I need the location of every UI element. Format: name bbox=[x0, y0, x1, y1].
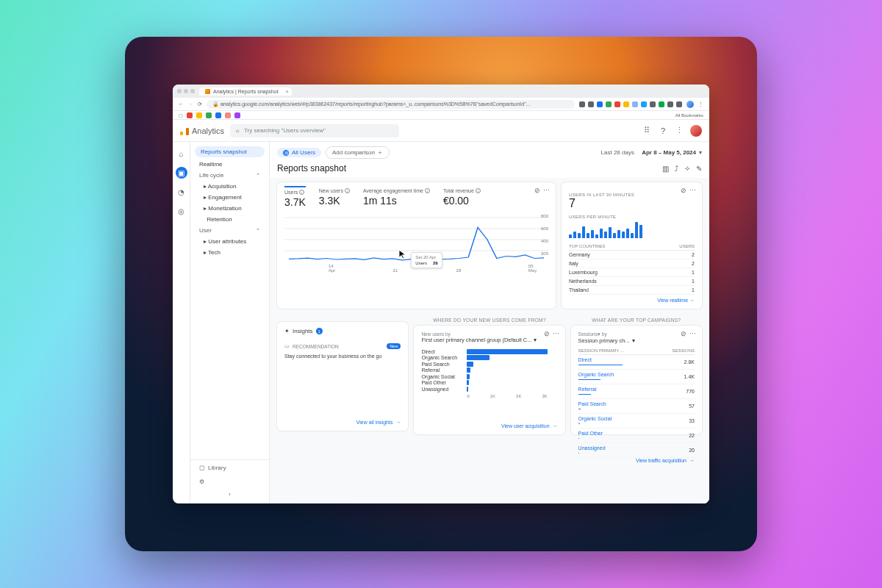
tab-title: Analytics | Reports snapshot bbox=[213, 89, 279, 94]
share-icon[interactable]: ⤴ bbox=[675, 165, 678, 173]
bar-row[interactable]: Organic Search bbox=[421, 355, 557, 360]
bookmark-icon[interactable] bbox=[225, 112, 231, 118]
bookmark-icon[interactable] bbox=[206, 112, 212, 118]
nav-back-icon[interactable]: ← bbox=[179, 101, 184, 107]
search-field[interactable]: ⌕ Try searching "Users overview" bbox=[230, 124, 399, 137]
profile-avatar-icon[interactable] bbox=[686, 101, 694, 108]
metric-total-revenue[interactable]: Total revenuei €0.00 bbox=[443, 188, 481, 208]
table-row[interactable]: Luxembourg1 bbox=[569, 268, 695, 277]
view-realtime-link[interactable]: View realtime → bbox=[569, 298, 695, 303]
sidenav-engagement[interactable]: ▸ Engagement bbox=[190, 192, 269, 203]
view-user-acquisition-link[interactable]: View user acquisition → bbox=[421, 423, 557, 429]
edit-icon[interactable]: ✎ bbox=[696, 165, 702, 173]
bookmark-icon[interactable] bbox=[196, 112, 202, 118]
app-header: Analytics ⌕ Try searching "Users overvie… bbox=[173, 120, 709, 142]
table-row[interactable]: Organic Search1.4K bbox=[578, 370, 695, 384]
rail-reports-icon[interactable]: ▣ bbox=[176, 167, 187, 179]
bookmark-icon[interactable] bbox=[234, 112, 240, 118]
sidenav-retention[interactable]: Retention bbox=[190, 214, 269, 225]
sidenav-library[interactable]: ▢ Library bbox=[190, 459, 269, 476]
url-field[interactable]: 🔒 analytics.google.com/analytics/web/#/p… bbox=[207, 100, 575, 109]
table-row[interactable]: Thailand1 bbox=[569, 286, 695, 295]
metric-avg-engagement[interactable]: Average engagement timei 1m 11s bbox=[363, 188, 430, 208]
browser-tab[interactable]: Analytics | Reports snapshot × bbox=[199, 87, 292, 96]
card-filter-icon[interactable]: ⊘ bbox=[681, 187, 686, 194]
chevron-down-icon: ▾ bbox=[534, 337, 537, 343]
bookmarks-folder-icon[interactable]: ▢ bbox=[179, 112, 183, 118]
view-traffic-acquisition-link[interactable]: View traffic acquisition → bbox=[578, 458, 695, 463]
app-logo[interactable]: Analytics bbox=[180, 126, 224, 135]
realtime-card: ⊘⋯ USERS IN LAST 30 MINUTES 7 USERS PER … bbox=[562, 182, 702, 309]
comparison-strip: 🇦 All Users Add comparison＋ Last 28 days… bbox=[270, 142, 709, 163]
acquisition-dimension-select[interactable]: First user primary channel group (Defaul… bbox=[421, 337, 557, 343]
sidenav-tech[interactable]: ▸ Tech bbox=[190, 247, 269, 258]
bookmark-icon[interactable] bbox=[187, 112, 193, 118]
date-range-picker[interactable]: Last 28 days Apr 8 – May 5, 2024 ▾ bbox=[601, 149, 702, 156]
card-filter-icon[interactable]: ⊘ bbox=[544, 330, 550, 337]
campaigns-dimension-select[interactable]: Session primary ch...▾ bbox=[578, 337, 695, 344]
sidenav-group-lifecycle[interactable]: Life cycle⌃ bbox=[190, 170, 269, 181]
extensions-tray[interactable] bbox=[579, 101, 682, 107]
more-menu-icon[interactable]: ⋮ bbox=[674, 126, 684, 136]
account-avatar-icon[interactable] bbox=[690, 125, 702, 137]
browser-menu-icon[interactable]: ⋮ bbox=[698, 101, 703, 107]
customize-icon[interactable]: ▥ bbox=[662, 165, 669, 173]
table-row[interactable]: Netherlands1 bbox=[569, 277, 695, 286]
table-row[interactable]: Organic Social33 bbox=[578, 414, 695, 429]
sidenav-monetization[interactable]: ▸ Monetization bbox=[190, 203, 269, 214]
view-all-insights-link[interactable]: View all insights → bbox=[284, 420, 401, 425]
card-menu-icon[interactable]: ⋯ bbox=[553, 330, 559, 337]
realtime-sparkbar bbox=[569, 222, 695, 238]
card-filter-icon[interactable]: ⊘ bbox=[534, 187, 540, 194]
segment-all-users[interactable]: 🇦 All Users bbox=[277, 148, 321, 157]
info-icon[interactable]: i bbox=[425, 188, 430, 193]
desktop-wallpaper: Analytics | Reports snapshot × ← → ⟳ 🔒 a… bbox=[125, 37, 757, 551]
metric-new-users[interactable]: New usersi 3.3K bbox=[319, 188, 350, 208]
card-filter-icon[interactable]: ⊘ bbox=[681, 330, 686, 337]
sidenav-user-attributes[interactable]: ▸ User attributes bbox=[190, 236, 269, 247]
info-icon[interactable]: i bbox=[299, 190, 304, 195]
rail-explore-icon[interactable]: ◔ bbox=[176, 186, 187, 198]
help-icon[interactable]: ? bbox=[658, 126, 668, 136]
info-icon[interactable]: i bbox=[476, 188, 481, 193]
info-icon[interactable]: i bbox=[345, 188, 350, 193]
card-menu-icon[interactable]: ⋯ bbox=[543, 187, 550, 194]
table-row[interactable]: Unassigned20 bbox=[578, 443, 695, 458]
bar-row[interactable]: Referral bbox=[421, 368, 557, 373]
apps-grid-icon[interactable]: ⠿ bbox=[642, 126, 652, 136]
bookmark-icon[interactable] bbox=[215, 112, 221, 118]
table-row[interactable]: Germany2 bbox=[569, 251, 695, 259]
metric-users[interactable]: Usersi 3.7K bbox=[284, 186, 306, 208]
sidenav-reports-snapshot[interactable]: Reports snapshot bbox=[195, 146, 265, 157]
table-row[interactable]: Paid Other22 bbox=[578, 429, 695, 443]
sidenav-group-user[interactable]: User⌃ bbox=[190, 225, 269, 236]
rail-advertising-icon[interactable]: ◎ bbox=[176, 205, 187, 217]
sidenav-acquisition[interactable]: ▸ Acquisition bbox=[190, 181, 269, 192]
nav-fwd-icon[interactable]: → bbox=[188, 101, 193, 107]
bar-row[interactable]: Unassigned bbox=[421, 387, 557, 392]
sidenav-admin-icon[interactable]: ⚙ bbox=[190, 476, 269, 488]
campaigns-card: ⊘⋯ Sessions▾ by Session primary ch...▾ S… bbox=[571, 326, 702, 434]
rail-home-icon[interactable]: ⌂ bbox=[176, 148, 187, 159]
bar-row[interactable]: Paid Search bbox=[421, 362, 557, 367]
sidenav-realtime[interactable]: Realtime bbox=[190, 159, 269, 170]
nav-reload-icon[interactable]: ⟳ bbox=[198, 101, 202, 107]
ga-favicon bbox=[205, 89, 210, 94]
main-pane: 🇦 All Users Add comparison＋ Last 28 days… bbox=[270, 142, 709, 503]
bar-row[interactable]: Direct bbox=[421, 349, 557, 354]
insights-icon[interactable]: ✧ bbox=[684, 165, 690, 173]
bar-row[interactable]: Paid Other bbox=[421, 380, 557, 385]
table-row[interactable]: Referral776 bbox=[578, 384, 695, 399]
table-row[interactable]: Paid Search57 bbox=[578, 399, 695, 414]
add-comparison-button[interactable]: Add comparison＋ bbox=[326, 146, 390, 159]
card-menu-icon[interactable]: ⋯ bbox=[689, 187, 696, 194]
bar-row[interactable]: Organic Social bbox=[421, 374, 557, 379]
sidenav-collapse-icon[interactable]: ‹ bbox=[190, 488, 269, 501]
card-menu-icon[interactable]: ⋯ bbox=[689, 330, 696, 337]
tab-close-icon[interactable]: × bbox=[286, 89, 289, 94]
table-row[interactable]: Italy2 bbox=[569, 259, 695, 268]
recommendation-row[interactable]: ▭ RECOMMENDATION New bbox=[284, 343, 401, 349]
table-row[interactable]: Direct2.8K bbox=[578, 355, 695, 370]
all-bookmarks-link[interactable]: All Bookmarks bbox=[675, 113, 703, 118]
window-controls[interactable] bbox=[177, 89, 195, 93]
